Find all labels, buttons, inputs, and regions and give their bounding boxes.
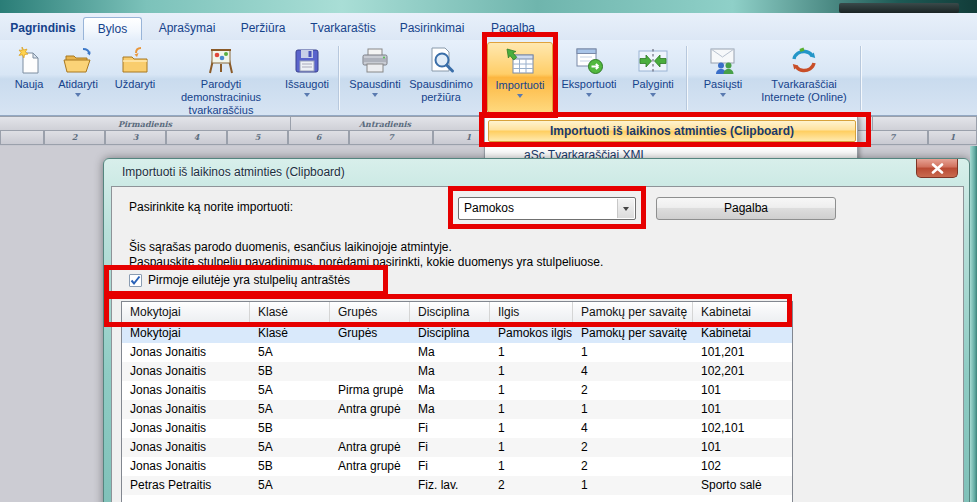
window-controls[interactable] xyxy=(839,3,959,13)
column-header-disciplina[interactable]: Disciplina xyxy=(410,302,490,324)
table-cell: 102,101 xyxy=(693,419,793,438)
info-line-1: Šis sąrašas parodo duomenis, esančius la… xyxy=(129,240,452,254)
column-header-ilgis[interactable]: Ilgis xyxy=(490,302,573,324)
app-window: PagrindinisBylosAprašymaiPeržiūraTvarkar… xyxy=(0,0,977,502)
info-line-2: Paspauskite stulpelių pavadinimus, norėd… xyxy=(129,255,603,269)
table-cell: 102 xyxy=(693,457,793,476)
ribbon-button-pasiųsti[interactable]: Pasiųsti xyxy=(694,42,752,113)
table-cell: 5A xyxy=(250,343,330,362)
table-cell: Fi xyxy=(410,419,490,438)
table-cell: Antra grupė xyxy=(330,457,410,476)
ribbon-button-spausdinti[interactable]: Spausdinti xyxy=(344,42,406,113)
ribbon-button-atidaryti[interactable]: Atidaryti xyxy=(50,42,106,113)
table-cell: Grupės xyxy=(330,324,410,343)
table-cell: Jonas Jonaitis xyxy=(122,457,250,476)
table-row[interactable]: Jonas Jonaitis5AMa11101,201 xyxy=(122,343,793,362)
table-row[interactable]: Jonas Jonaitis5BFi14102,101 xyxy=(122,419,793,438)
import-clipboard-dialog: Importuoti iš laikinos atminties (Clipbo… xyxy=(103,158,970,502)
table-row[interactable]: Jonas Jonaitis5BAntra grupėFi12102 xyxy=(122,457,793,476)
ribbon-button-spausdinimo-peržiūra[interactable]: Spausdinimoperžiūra xyxy=(406,42,476,113)
table-row[interactable]: Petras Petraitis5AFiz. lav.21Sporto salė xyxy=(122,476,793,495)
table-cell: 101 xyxy=(693,400,793,419)
table-cell: Ma xyxy=(410,381,490,400)
column-header-kabinetai[interactable]: Kabinetai xyxy=(693,302,793,324)
ribbon-button-nauja[interactable]: Nauja xyxy=(8,42,50,113)
table-cell: Kabinetai xyxy=(693,324,793,343)
window-title-bar xyxy=(0,0,977,13)
ribbon-button-label: Importuoti xyxy=(488,79,552,92)
table-cell: Jonas Jonaitis xyxy=(122,381,250,400)
day-header-cell xyxy=(873,116,977,131)
table-cell: 1 xyxy=(573,476,693,495)
ribbon-button-palyginti[interactable]: Palyginti xyxy=(624,42,682,113)
period-number-cell: 4 xyxy=(166,131,227,145)
chevron-down-icon xyxy=(720,93,726,100)
table-cell: 1 xyxy=(490,457,573,476)
dialog-body: Pasirinkite ką norite importuoti: Pamoko… xyxy=(111,186,964,502)
first-row-headers-label: Pirmoje eilutėje yra stulpelių antraštės xyxy=(148,273,350,288)
period-number-cell: 7 xyxy=(349,131,433,145)
table-cell: 1 xyxy=(490,362,573,381)
table-cell: Pamokos ilgis xyxy=(490,324,573,343)
ribbon-button-label: peržiūra xyxy=(406,91,476,104)
import-type-combobox[interactable]: Pamokos xyxy=(458,197,636,220)
table-row[interactable]: MokytojaiKlasėGrupėsDisciplinaPamokos il… xyxy=(122,324,793,343)
close-button[interactable] xyxy=(916,159,958,178)
period-number-cell: 2 xyxy=(44,131,105,145)
ribbon-button-label: Palyginti xyxy=(624,78,682,91)
table-cell: 2 xyxy=(573,457,693,476)
print-preview-icon xyxy=(425,45,457,77)
ribbon-button-label: Parodyti demonstracinius xyxy=(164,78,278,104)
ribbon-button-išsaugoti[interactable]: Išsaugoti xyxy=(278,42,336,113)
table-cell: Antra grupė xyxy=(330,438,410,457)
dialog-title: Importuoti iš laikinos atminties (Clipbo… xyxy=(122,159,345,186)
ribbon-tab-pagrindinis[interactable]: Pagrindinis xyxy=(6,17,80,40)
column-header-klasė[interactable]: Klasė xyxy=(250,302,330,324)
ribbon-button-tvarkaraščiai-internete-online-[interactable]: TvarkaraščiaiInternete (Online) xyxy=(753,42,855,113)
table-cell: Ma xyxy=(410,343,490,362)
table-row[interactable]: Jonas Jonaitis5BMa14102,201 xyxy=(122,362,793,381)
ribbon-button-uždaryti[interactable]: Uždaryti xyxy=(106,42,164,113)
clipboard-data-table: MokytojaiKlasėGrupėsDisciplinaIlgisPamok… xyxy=(121,301,793,502)
table-cell: Petras Petraitis xyxy=(122,476,250,495)
table-cell: Ma xyxy=(410,362,490,381)
ribbon-button-label: Eksportuoti xyxy=(556,78,622,91)
table-cell: Pirma grupė xyxy=(330,381,410,400)
ribbon-tab-tvarkaraštis[interactable]: Tvarkaraštis xyxy=(302,17,384,40)
table-row[interactable]: Jonas Jonaitis5AAntra grupėFi12101 xyxy=(122,438,793,457)
combobox-dropdown-button[interactable] xyxy=(617,199,634,218)
period-number-cell: 3 xyxy=(105,131,166,145)
ribbon-button-eksportuoti[interactable]: Eksportuoti xyxy=(556,42,622,113)
chevron-down-icon xyxy=(586,93,592,100)
ribbon-button-parodyti-demonstracinius-tvarkaraščius[interactable]: Parodyti demonstraciniustvarkaraščius xyxy=(164,42,278,113)
export-icon xyxy=(573,45,605,77)
table-cell: Jonas Jonaitis xyxy=(122,362,250,381)
table-cell: 101,201 xyxy=(693,343,793,362)
column-header-grupės[interactable]: Grupės xyxy=(330,302,410,324)
table-cell: Pamokų per savaitę xyxy=(573,324,693,343)
ribbon-tab-pagalba[interactable]: Pagalba xyxy=(482,17,544,40)
table-row[interactable]: Jonas Jonaitis5AAntra grupėMa11101 xyxy=(122,400,793,419)
table-row[interactable]: Jonas Jonaitis5APirma grupėMa12101 xyxy=(122,381,793,400)
ribbon-tab-aprašymai[interactable]: Aprašymai xyxy=(150,17,224,40)
ribbon-tab-peržiūra[interactable]: Peržiūra xyxy=(232,17,294,40)
table-cell: 5B xyxy=(250,362,330,381)
table-cell: 4 xyxy=(573,419,693,438)
column-header-pamokų-per-savaitę[interactable]: Pamokų per savaitę xyxy=(573,302,693,324)
ribbon-tab-pasirinkimai[interactable]: Pasirinkimai xyxy=(392,17,472,40)
table-cell: Sporto salė xyxy=(693,476,793,495)
ribbon-button-importuoti[interactable]: Importuoti xyxy=(487,42,553,113)
printer-icon xyxy=(359,45,391,77)
open-folder-icon xyxy=(62,45,94,77)
column-header-mokytojai[interactable]: Mokytojai xyxy=(122,302,250,324)
window-right-border xyxy=(970,146,977,502)
table-cell xyxy=(330,419,410,438)
help-button[interactable]: Pagalba xyxy=(656,197,836,220)
ribbon-button-label: Spausdinti xyxy=(344,78,406,91)
close-icon xyxy=(931,163,944,174)
table-cell: 5A xyxy=(250,400,330,419)
table-cell: Antra grupė xyxy=(330,400,410,419)
menu-item-import-clipboard[interactable]: Importuoti iš laikinos atminties (Clipbo… xyxy=(488,120,856,142)
first-row-headers-checkbox[interactable] xyxy=(129,274,142,287)
ribbon-tab-bylos[interactable]: Bylos xyxy=(83,17,142,40)
